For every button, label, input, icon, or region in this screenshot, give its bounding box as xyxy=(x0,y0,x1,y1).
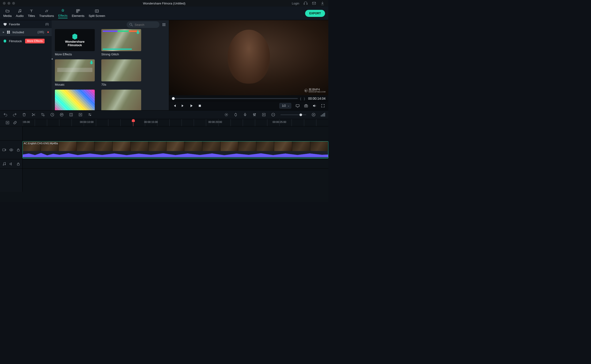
ruler-label: 00:00:15:00 xyxy=(144,121,158,123)
search-input[interactable] xyxy=(135,23,156,26)
split-icon[interactable] xyxy=(32,113,36,117)
svg-rect-52 xyxy=(17,164,19,165)
svg-rect-42 xyxy=(255,114,256,114)
nav-split-screen[interactable]: Split Screen xyxy=(89,8,105,18)
time-ruler[interactable]: 0:05:00 00:00:10:00 00:00:15:00 00:00:20… xyxy=(23,119,328,126)
svg-rect-9 xyxy=(7,31,8,32)
svg-point-3 xyxy=(19,12,19,13)
effect-thumb xyxy=(55,90,95,110)
collapse-sidebar-icon[interactable]: ◀ xyxy=(51,58,53,60)
svg-point-30 xyxy=(60,113,63,116)
display-icon[interactable] xyxy=(296,104,300,108)
effect-card-mosaic[interactable]: Mosaic xyxy=(55,59,95,86)
video-track-icon[interactable] xyxy=(2,148,6,152)
record-voice-icon[interactable] xyxy=(243,113,247,117)
clip-label: AC.English.CHS-ENG.Mp4Ba xyxy=(24,142,58,145)
speed-icon[interactable] xyxy=(50,113,54,117)
zoom-in-icon[interactable] xyxy=(312,113,316,117)
sidebar-favorite[interactable]: Favorite (0) xyxy=(0,20,52,28)
step-forward-icon[interactable] xyxy=(181,104,185,108)
delete-icon[interactable] xyxy=(22,113,26,117)
zoom-knob[interactable] xyxy=(299,114,302,116)
lock-icon[interactable] xyxy=(16,148,20,152)
play-icon[interactable] xyxy=(189,104,194,108)
mark-braces[interactable]: { } xyxy=(300,97,306,100)
grid-view-icon[interactable] xyxy=(162,23,166,27)
svg-point-21 xyxy=(164,25,164,26)
zoom-fit-icon[interactable] xyxy=(321,113,325,117)
keyframe-icon[interactable] xyxy=(234,113,238,117)
volume-icon[interactable] xyxy=(312,104,317,108)
cube-icon xyxy=(3,39,7,43)
svg-rect-7 xyxy=(77,11,78,13)
playhead[interactable]: ✂ xyxy=(133,119,133,126)
effect-label: Mosaic xyxy=(55,83,95,86)
nav-media[interactable]: Media xyxy=(3,8,12,18)
video-clip[interactable]: AC.English.CHS-ENG.Mp4Ba xyxy=(23,141,328,158)
window-controls[interactable] xyxy=(3,2,15,5)
stop-icon[interactable] xyxy=(198,104,202,108)
effect-thumb xyxy=(101,29,141,51)
motion-track-icon[interactable] xyxy=(224,113,228,117)
preview-panel: ▶ 高清MP4WWW.MP4BA.COM { } 00:00:14:04 1/2 xyxy=(169,20,328,110)
marker-icon[interactable] xyxy=(262,113,266,117)
quality-select[interactable]: 1/2 xyxy=(279,103,291,109)
search-field[interactable] xyxy=(127,21,159,28)
timecode-display: 00:00:14:04 xyxy=(308,97,325,100)
login-link[interactable]: Login xyxy=(292,2,299,5)
nav-elements[interactable]: Elements xyxy=(72,8,84,18)
export-button[interactable]: EXPORT xyxy=(305,10,325,17)
effect-card[interactable] xyxy=(101,90,141,110)
download-icon[interactable] xyxy=(320,1,325,5)
svg-rect-39 xyxy=(245,113,246,115)
effect-label: Strong Glitch xyxy=(101,52,141,56)
eye-icon[interactable] xyxy=(9,148,13,152)
download-arrow-icon xyxy=(136,31,140,34)
nav-transitions[interactable]: Transitions xyxy=(39,8,54,18)
download-arrow-icon xyxy=(90,61,93,65)
nav-audio[interactable]: Audio xyxy=(16,8,23,18)
music-icon[interactable] xyxy=(2,162,6,166)
svg-point-22 xyxy=(165,25,165,26)
add-track-icon[interactable] xyxy=(5,121,10,125)
speaker-icon[interactable] xyxy=(9,162,13,166)
message-icon[interactable] xyxy=(312,1,316,5)
link-icon[interactable] xyxy=(13,121,17,125)
detach-icon[interactable] xyxy=(78,113,83,117)
scrub-knob[interactable] xyxy=(172,97,175,100)
nav-titles[interactable]: Titles xyxy=(28,8,35,18)
headset-icon[interactable] xyxy=(304,1,308,5)
preview-video[interactable]: ▶ 高清MP4WWW.MP4BA.COM xyxy=(169,20,328,95)
color-icon[interactable] xyxy=(59,113,64,117)
track-head-audio xyxy=(0,159,23,168)
svg-rect-11 xyxy=(7,32,8,33)
svg-point-15 xyxy=(164,23,164,24)
fullscreen-icon[interactable] xyxy=(321,104,325,108)
nav-effects[interactable]: Effects xyxy=(58,8,68,18)
zoom-out-icon[interactable] xyxy=(271,113,275,117)
effect-card-70s[interactable]: 70s xyxy=(101,59,141,86)
sidebar-filmstock[interactable]: Filmstock More Effects xyxy=(0,37,52,45)
crop-icon[interactable] xyxy=(41,113,45,117)
cube-icon xyxy=(71,33,78,40)
scrub-bar[interactable] xyxy=(172,98,298,99)
sidebar-included[interactable]: ▶ Included (285) xyxy=(0,28,52,36)
audio-mixer-icon[interactable] xyxy=(252,113,257,117)
effect-card[interactable] xyxy=(55,90,95,110)
step-back-icon[interactable] xyxy=(172,104,177,108)
effect-thumb: Wondershare Filmstock xyxy=(55,29,95,51)
svg-rect-40 xyxy=(253,114,254,114)
undo-icon[interactable] xyxy=(3,113,7,117)
lock-icon[interactable] xyxy=(16,162,20,166)
redo-icon[interactable] xyxy=(13,113,17,117)
effect-card-strong-glitch[interactable]: Strong Glitch xyxy=(101,29,141,56)
effect-card-more-effects[interactable]: Wondershare Filmstock More Effects xyxy=(55,29,95,56)
sidebar-label: Filmstock xyxy=(9,39,22,43)
snapshot-icon[interactable] xyxy=(304,104,308,108)
effect-label: 70s xyxy=(101,83,141,86)
zoom-slider[interactable] xyxy=(280,114,306,115)
svg-point-20 xyxy=(162,25,163,26)
green-screen-icon[interactable] xyxy=(69,113,73,117)
effects-browser: Wondershare Filmstock More Effects Stron… xyxy=(52,20,169,110)
sliders-icon[interactable] xyxy=(88,113,92,117)
